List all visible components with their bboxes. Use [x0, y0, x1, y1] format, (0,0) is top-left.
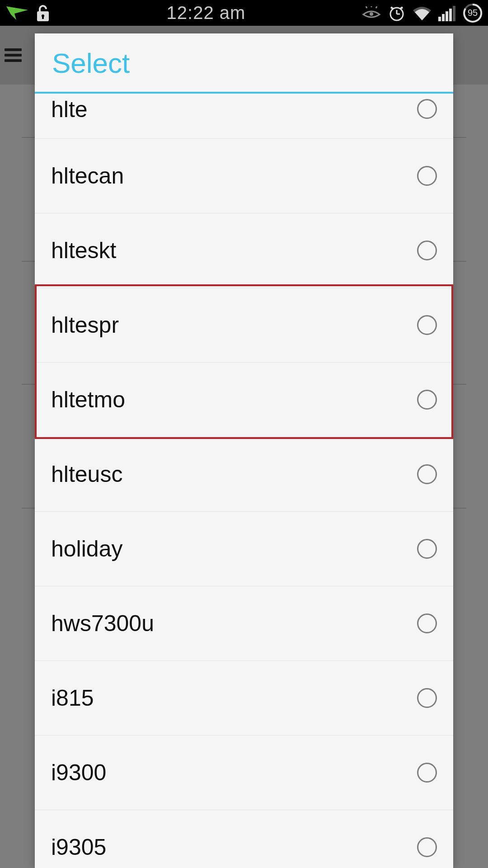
list-item-label: hlteskt: [51, 237, 117, 264]
list-item-label: hltecan: [51, 163, 124, 189]
list-item-label: hltetmo: [51, 387, 125, 413]
list-item[interactable]: hltecan: [35, 139, 453, 213]
radio-icon[interactable]: [417, 99, 437, 119]
airdroid-icon: [5, 5, 29, 21]
list-item[interactable]: holiday: [35, 512, 453, 586]
select-dialog: Select hltehltecanhlteskthltesprhltetmoh…: [35, 33, 453, 868]
radio-icon[interactable]: [417, 241, 437, 260]
status-bar: 12:22 am: [0, 0, 488, 26]
radio-icon[interactable]: [417, 837, 437, 857]
alarm-icon: [388, 4, 406, 22]
list-item-label: hltespr: [51, 312, 119, 338]
status-time: 12:22 am: [51, 3, 361, 23]
svg-line-6: [376, 6, 377, 8]
radio-icon[interactable]: [417, 166, 437, 186]
svg-rect-2: [42, 16, 44, 19]
battery-percent: 95: [463, 3, 483, 23]
list-item[interactable]: i9300: [35, 736, 453, 810]
list-item[interactable]: hlteskt: [35, 213, 453, 288]
signal-icon: [438, 5, 456, 21]
radio-icon[interactable]: [417, 539, 437, 559]
svg-rect-15: [449, 9, 452, 21]
radio-icon[interactable]: [417, 315, 437, 335]
list-item[interactable]: hltetmo: [35, 363, 453, 437]
list-item-label: hws7300u: [51, 610, 154, 637]
list-item-label: i9305: [51, 834, 106, 860]
svg-rect-16: [453, 6, 455, 21]
list-item-label: i815: [51, 685, 94, 711]
svg-rect-14: [446, 11, 448, 21]
battery-icon: 95: [463, 3, 483, 23]
list-item-label: i9300: [51, 760, 106, 786]
unlock-icon: [35, 4, 51, 22]
list-item-label: hlteusc: [51, 461, 122, 487]
svg-line-10: [391, 7, 394, 9]
radio-icon[interactable]: [417, 613, 437, 633]
radio-icon[interactable]: [417, 763, 437, 783]
device-list[interactable]: hltehltecanhlteskthltesprhltetmohlteusch…: [35, 94, 453, 868]
radio-icon[interactable]: [417, 464, 437, 484]
list-item-label: holiday: [51, 536, 122, 562]
list-item[interactable]: hltespr: [35, 288, 453, 363]
svg-rect-13: [442, 14, 445, 21]
eye-icon: [361, 6, 381, 20]
list-item-label: hlte: [51, 96, 88, 123]
wifi-icon: [412, 5, 432, 21]
radio-icon[interactable]: [417, 688, 437, 708]
list-item[interactable]: hlte: [35, 94, 453, 139]
svg-point-3: [370, 12, 373, 16]
hamburger-icon: [5, 48, 22, 62]
list-item[interactable]: hws7300u: [35, 586, 453, 661]
dialog-title: Select: [35, 33, 453, 92]
list-item[interactable]: i815: [35, 661, 453, 736]
list-item[interactable]: i9305: [35, 810, 453, 868]
radio-icon[interactable]: [417, 390, 437, 410]
svg-line-11: [400, 7, 403, 9]
svg-line-4: [366, 6, 367, 8]
list-item[interactable]: hlteusc: [35, 437, 453, 512]
svg-rect-12: [438, 17, 441, 21]
